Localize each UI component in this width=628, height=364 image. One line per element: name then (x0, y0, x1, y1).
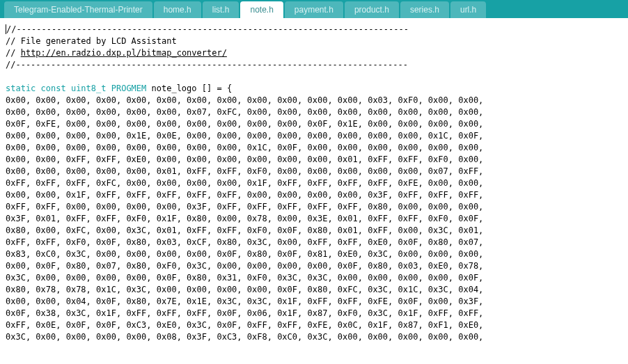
comment-line: //--------------------------------------… (6, 60, 408, 70)
code-editor[interactable]: //--------------------------------------… (0, 18, 628, 349)
tab-series-h[interactable]: series.h (400, 1, 449, 18)
keyword: PROGMEM (107, 84, 147, 93)
declaration-rest: note_logo [] = { (146, 84, 232, 93)
tab-payment-h[interactable]: payment.h (285, 1, 343, 18)
comment-line: //--------------------------------------… (6, 24, 409, 34)
comment-line: // File generated by LCD Assistant (6, 36, 177, 46)
tab-product-h[interactable]: product.h (345, 1, 399, 18)
tab-bar: Telegram-Enabled-Thermal-Printerhome.hli… (0, 0, 628, 18)
comment-link: http://en.radzio.dxp.pl/bitmap_converter… (21, 48, 227, 58)
tab-url-h[interactable]: url.h (450, 1, 486, 18)
comment-line: // (6, 48, 21, 58)
tab-note-h[interactable]: note.h (240, 1, 283, 18)
byte-array-body: 0x00, 0x00, 0x00, 0x00, 0x00, 0x00, 0x00… (6, 95, 483, 342)
tab-list-h[interactable]: list.h (203, 1, 240, 18)
keyword: static const uint8_t (6, 84, 107, 93)
tab-telegram-enabled-thermal-printer[interactable]: Telegram-Enabled-Thermal-Printer (4, 1, 152, 18)
tab-home-h[interactable]: home.h (154, 1, 201, 18)
